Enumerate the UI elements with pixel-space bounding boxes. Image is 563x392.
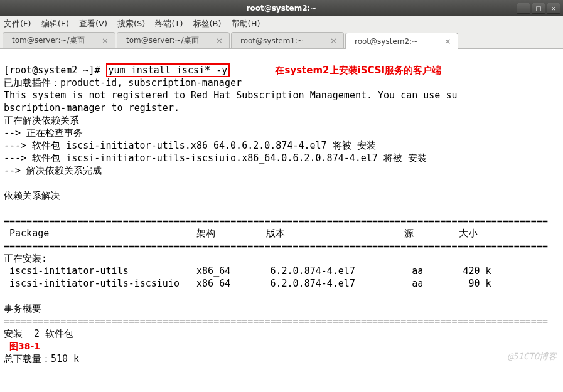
menu-tabs[interactable]: 标签(B) xyxy=(193,18,222,29)
figure-label: 图38-1 xyxy=(9,341,40,351)
separator: ========================================… xyxy=(4,315,548,327)
output-line: 正在解决依赖关系 xyxy=(4,115,79,126)
menu-file[interactable]: 文件(F) xyxy=(4,18,31,29)
section-header: 正在安装: xyxy=(4,253,47,264)
menu-terminal[interactable]: 终端(T) xyxy=(155,18,183,29)
menu-help[interactable]: 帮助(H) xyxy=(232,18,260,29)
output-line: 安装 2 软件包 xyxy=(4,328,73,339)
output-line: 总下载量：510 k xyxy=(4,353,79,364)
close-icon[interactable]: × xyxy=(330,36,337,45)
close-icon[interactable]: × xyxy=(102,36,109,45)
output-line: bscription-manager to register. xyxy=(4,102,180,114)
menu-search[interactable]: 搜索(S) xyxy=(117,18,145,29)
tab-label: root@system2:~ xyxy=(355,37,418,46)
tab-label: tom@server:~/桌面 xyxy=(12,35,85,46)
section-header: 事务概要 xyxy=(4,303,41,314)
terminal-tab[interactable]: tom@server:~/桌面 × xyxy=(3,32,115,48)
output-line: This system is not registered to Red Hat… xyxy=(4,90,457,101)
close-icon[interactable]: × xyxy=(216,36,223,45)
minimize-button[interactable]: – xyxy=(517,3,530,14)
menubar: 文件(F) 编辑(E) 查看(V) 搜索(S) 终端(T) 标签(B) 帮助(H… xyxy=(0,16,563,31)
separator: ========================================… xyxy=(4,240,548,252)
table-header: Package 架构 版本 源 大小 xyxy=(4,228,478,239)
maximize-button[interactable]: □ xyxy=(532,3,545,14)
command-highlight-box: yum install iscsi* -y xyxy=(106,63,230,77)
output-line: --> 正在检查事务 xyxy=(4,127,83,139)
window-controls: – □ × xyxy=(517,3,560,14)
output-line: ---> 软件包 iscsi-initiator-utils-iscsiuio.… xyxy=(4,152,427,164)
watermark: @51CTO博客 xyxy=(507,350,557,363)
output-line: 已加载插件：product-id, subscription-manager xyxy=(4,77,242,88)
window-titlebar: root@system2:~ – □ × xyxy=(0,0,563,16)
output-line: --> 解决依赖关系完成 xyxy=(4,165,102,176)
output-line: ---> 软件包 iscsi-initiator-utils.x86_64.0.… xyxy=(4,140,376,151)
tabbar: tom@server:~/桌面 × tom@server:~/桌面 × root… xyxy=(0,31,563,49)
close-button[interactable]: × xyxy=(547,3,560,14)
window-title: root@system2:~ xyxy=(247,4,317,13)
close-icon[interactable]: × xyxy=(444,36,451,46)
shell-prompt: [root@system2 ~]# xyxy=(4,65,106,76)
annotation-text: 在system2上安装iSCSI服务的客户端 xyxy=(275,65,441,76)
tab-label: root@system1:~ xyxy=(240,36,304,45)
separator: ========================================… xyxy=(4,215,548,226)
table-row: iscsi-initiator-utils-iscsiuio x86_64 6.… xyxy=(4,278,491,289)
terminal-tab[interactable]: root@system1:~ × xyxy=(231,32,344,48)
tab-label: tom@server:~/桌面 xyxy=(126,35,199,46)
terminal-tab[interactable]: tom@server:~/桌面 × xyxy=(117,32,230,48)
menu-view[interactable]: 查看(V) xyxy=(79,18,107,29)
terminal-output[interactable]: [root@system2 ~]# yum install iscsi* -y … xyxy=(0,49,563,380)
command-text: yum install iscsi* -y xyxy=(109,65,228,76)
menu-edit[interactable]: 编辑(E) xyxy=(41,18,69,29)
table-row: iscsi-initiator-utils x86_64 6.2.0.874-4… xyxy=(4,265,491,277)
output-line: 依赖关系解决 xyxy=(4,190,60,201)
terminal-tab-active[interactable]: root@system2:~ × xyxy=(345,33,458,49)
